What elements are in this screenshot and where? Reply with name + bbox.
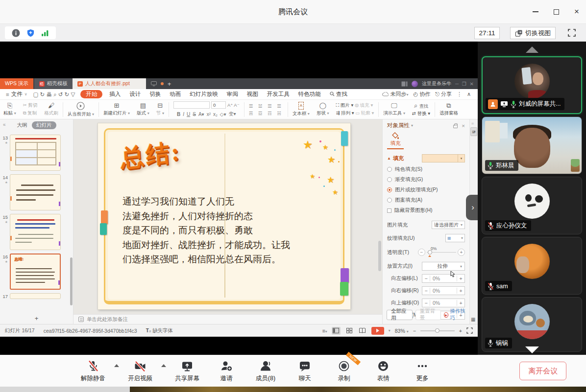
zoom-level[interactable]: 83% ▾	[395, 328, 409, 334]
increase-icon[interactable]: +	[458, 249, 465, 256]
menu-view[interactable]: 视图	[243, 91, 263, 98]
decrease-icon[interactable]: −	[418, 249, 425, 256]
thumbnail-scrollbar[interactable]	[70, 257, 73, 305]
thumbnail-row-17[interactable]: 17	[1, 293, 70, 299]
paragraph-group[interactable]: ☰ ☱ ☰ ☰ ☴ ☲ ☶ ☵	[245, 103, 287, 116]
texture-picker[interactable]: ▦▾	[445, 234, 465, 242]
zoom-in-button[interactable]: +	[459, 328, 462, 334]
collapse-panel-icon[interactable]: «	[3, 122, 6, 127]
tips-link[interactable]: ▶操作技巧	[444, 308, 466, 322]
quick-access-toolbar[interactable]: ▢ ↻ 🖶 ⌕ ↺ ↻ ▽	[33, 91, 75, 98]
apply-all-button[interactable]: 全部应用	[387, 310, 413, 320]
zoom-out-button[interactable]: −	[413, 328, 416, 334]
new-slide-button[interactable]: ⊞新建幻灯片 ▾	[100, 102, 133, 116]
transparency-slider[interactable]: − 0% +	[418, 249, 465, 256]
pin-panel-icon[interactable]	[453, 125, 458, 128]
clipboard-group[interactable]: ✂ 剪切 ⧉ 复制	[20, 102, 41, 116]
document-tab[interactable]: P 人人都会有挫折.ppt	[73, 78, 146, 89]
security-shield-icon[interactable]	[26, 29, 35, 37]
share-screen-button[interactable]: 共享屏幕	[169, 360, 205, 383]
present-tools-button[interactable]: 🖵演示工具 ▾	[380, 102, 409, 116]
scroll-down-button[interactable]	[525, 346, 539, 353]
play-options-caret[interactable]: ▾	[389, 328, 391, 333]
section-button[interactable]: ⊟节 ▾	[153, 102, 168, 116]
wps-app-tab[interactable]: WPS 演示	[0, 78, 33, 89]
selection-pane-button[interactable]: ⧉选择窗格	[436, 102, 462, 116]
fill-tab[interactable]: 填充	[387, 132, 404, 149]
option-pattern-fill[interactable]: 图案填充(A)	[387, 197, 465, 204]
offset-up-stepper[interactable]: −0%+	[422, 299, 465, 307]
docer-template-tab[interactable]: 稻 稻壳模板	[34, 78, 73, 89]
status-menu-icon[interactable]: ≡▾	[322, 328, 327, 334]
strip-handle-icon[interactable]: =	[471, 121, 474, 126]
canvas-scrollbar[interactable]	[378, 241, 381, 271]
participant-tile-sharing[interactable]: 刘威的屏幕共...	[482, 56, 582, 114]
textbox-button[interactable]: A文本框 ▾	[289, 102, 313, 117]
meeting-info-icon[interactable]	[12, 29, 20, 37]
participant-tile[interactable]: sam	[482, 237, 582, 295]
wps-account-name[interactable]: 这里是条乐牛	[422, 80, 451, 87]
close-panel-icon[interactable]: ×	[462, 123, 465, 129]
split-window-icon[interactable]	[401, 81, 408, 87]
add-slide-button[interactable]: +	[0, 315, 73, 323]
video-options-caret[interactable]	[161, 364, 166, 367]
menu-transition[interactable]: 切换	[145, 91, 165, 98]
thumbnail-row-14[interactable]: 14★	[1, 174, 70, 210]
paste-button[interactable]: ⎘粘贴 ▾	[0, 102, 20, 116]
minimize-button[interactable]	[531, 7, 540, 16]
format-painter-button[interactable]: 🖌格式刷	[41, 102, 62, 116]
missing-font-warning[interactable]: Ta 缺失字体	[146, 327, 173, 334]
thumbnail-row-15[interactable]: 15★	[1, 214, 70, 250]
record-button[interactable]: NEW 录制	[326, 360, 362, 383]
fullscreen-icon[interactable]	[567, 28, 576, 37]
notes-bar[interactable]: 单击此处添加备注	[73, 314, 382, 324]
zoom-slider[interactable]	[420, 330, 455, 331]
thumbnail-row-16-selected[interactable]: 16★ 总结:	[1, 254, 70, 290]
fit-slide-icon[interactable]	[466, 327, 473, 334]
sync-status[interactable]: 未同步▾	[382, 91, 408, 98]
slide-sorter-icon[interactable]	[345, 327, 354, 335]
wps-window-controls[interactable]: ─ ❐ ✕	[455, 81, 475, 87]
chat-button[interactable]: 聊天	[287, 360, 323, 383]
menu-design[interactable]: 设计	[125, 91, 145, 98]
emoji-button[interactable]: 表情	[365, 360, 401, 383]
option-gradient-fill[interactable]: 渐变填充(G)	[387, 176, 465, 183]
menu-file[interactable]: ≡文件∨	[3, 91, 30, 98]
new-tab-button[interactable]: +	[168, 80, 171, 88]
tab-slides[interactable]: 幻灯片	[32, 121, 56, 129]
offset-left-stepper[interactable]: −0%+	[422, 274, 465, 283]
menu-home[interactable]: 开始	[80, 90, 102, 98]
network-signal-icon[interactable]	[41, 29, 49, 37]
menu-insert[interactable]: 插入	[105, 91, 125, 98]
more-button[interactable]: 更多	[404, 360, 440, 383]
maximize-button[interactable]	[552, 7, 561, 16]
offset-right-stepper[interactable]: −0%+	[422, 286, 465, 295]
participant-tile[interactable]: 锅锅	[482, 297, 582, 352]
share-button[interactable]: ⎋ 分享	[435, 91, 452, 98]
wps-avatar[interactable]	[412, 81, 418, 87]
menu-find[interactable]: 查找	[325, 91, 352, 98]
current-slide[interactable]: 总结: ★ ★ ★ ★ ★ ★	[98, 123, 350, 309]
menu-animation[interactable]: 动画	[165, 91, 185, 98]
menu-slideshow[interactable]: 幻灯片放映	[185, 91, 222, 98]
collaborate-button[interactable]: ◴ 协作	[414, 91, 431, 98]
fill-color-swatch[interactable]: ▾	[422, 154, 465, 162]
font-name-box[interactable]	[173, 101, 210, 109]
find-replace-button[interactable]: ⌕ 查找⇄ 替换 ▾	[409, 102, 434, 117]
tab-outline[interactable]: 大纲	[17, 122, 27, 129]
layout-button[interactable]: ▤版式 ▾	[133, 102, 153, 116]
start-video-button[interactable]: 开启视频	[122, 360, 158, 383]
menu-review[interactable]: 审阅	[222, 91, 243, 98]
participant-tile[interactable]: 应心孙仪文	[482, 177, 582, 234]
members-button[interactable]: 成员(8)	[247, 360, 284, 383]
select-picture-button[interactable]: 请选择图片▾	[432, 221, 465, 229]
thumbnail-row-13[interactable]: 13★	[1, 135, 70, 171]
normal-view-icon[interactable]	[332, 327, 341, 335]
audio-options-caret[interactable]	[114, 364, 119, 367]
close-button[interactable]: ×	[572, 7, 581, 16]
shapes-button[interactable]: ◯形状 ▾	[313, 102, 333, 116]
font-format-row[interactable]: BIUSA▾x²x₂◇▾变▾	[177, 111, 236, 117]
leave-meeting-button[interactable]: 离开会议	[519, 362, 566, 380]
option-solid-fill[interactable]: 纯色填充(S)	[387, 166, 465, 173]
menu-devtools[interactable]: 开发工具	[263, 91, 294, 98]
